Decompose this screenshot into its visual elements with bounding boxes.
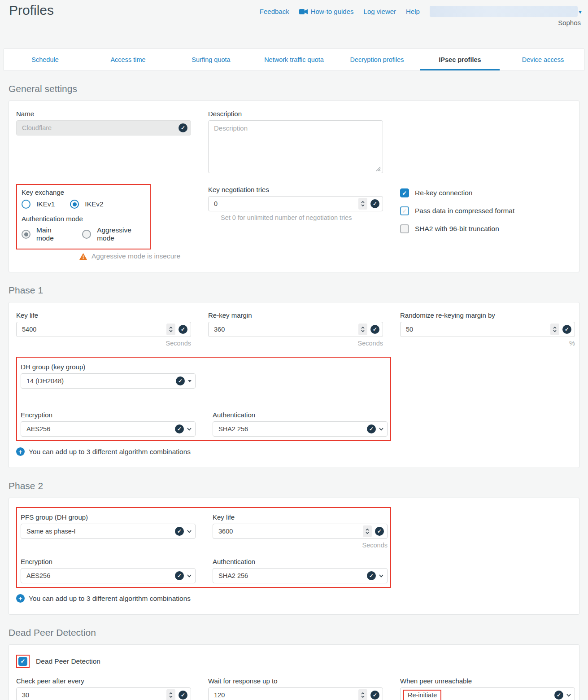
unit-label: % bbox=[400, 340, 575, 347]
feedback-link[interactable]: Feedback bbox=[260, 8, 289, 15]
randomize-margin-input[interactable] bbox=[400, 322, 575, 337]
number-stepper-icon[interactable] bbox=[363, 525, 372, 537]
check-badge-icon: ✓ bbox=[179, 325, 187, 334]
tab-device-access[interactable]: Device access bbox=[501, 49, 584, 70]
page-title: Profiles bbox=[9, 3, 54, 18]
rekey-connection-checkbox[interactable]: ✓ Re-key connection bbox=[400, 188, 575, 197]
options-checkbox-stack: ✓ Re-key connection ✓ Pass data in compr… bbox=[400, 188, 575, 260]
compressed-format-checkbox[interactable]: ✓ Pass data in compressed format bbox=[400, 206, 575, 215]
check-badge-icon: ✓ bbox=[370, 691, 379, 700]
auth-mode-label: Authentication mode bbox=[22, 215, 145, 223]
tab-access-time[interactable]: Access time bbox=[87, 49, 170, 70]
phase1-encryption-select[interactable]: AES256 ✓ bbox=[21, 421, 196, 437]
checkbox-checked-icon: ✓ bbox=[400, 188, 409, 197]
account-selector[interactable]: ▾ bbox=[430, 6, 582, 17]
radio-ikev2[interactable]: IKEv2 bbox=[70, 200, 103, 209]
aggressive-mode-warning: Aggressive mode is insecure bbox=[79, 252, 191, 260]
key-life-label: Key life bbox=[16, 311, 191, 319]
number-stepper-icon[interactable] bbox=[358, 689, 367, 700]
rekey-margin-input[interactable] bbox=[208, 322, 383, 337]
phase1-authentication-select[interactable]: SHA2 256 ✓ bbox=[213, 421, 388, 437]
number-stepper-icon[interactable] bbox=[358, 198, 367, 210]
tab-schedule[interactable]: Schedule bbox=[4, 49, 87, 70]
number-stepper-icon[interactable] bbox=[166, 324, 175, 335]
check-badge-icon: ✓ bbox=[175, 424, 184, 433]
chevron-down-icon bbox=[187, 428, 192, 431]
number-stepper-icon[interactable] bbox=[166, 689, 175, 700]
dh-group-select[interactable]: 14 (DH2048) ✓ bbox=[21, 373, 196, 389]
pfs-group-select[interactable]: Same as phase-I ✓ bbox=[21, 524, 196, 539]
phase1-heading: Phase 1 bbox=[9, 285, 579, 296]
chevron-down-icon bbox=[379, 428, 383, 431]
dpd-enable-checkbox[interactable]: ✓ bbox=[18, 657, 27, 666]
radio-ikev1[interactable]: IKEv1 bbox=[22, 200, 55, 209]
dh-group-field: DH group (key group) 14 (DH2048) ✓ bbox=[21, 363, 387, 389]
radio-selected-icon bbox=[70, 200, 79, 209]
name-input[interactable] bbox=[16, 120, 191, 136]
tab-ipsec-profiles[interactable]: IPsec profiles bbox=[418, 49, 501, 70]
sha2-truncation-checkbox[interactable]: SHA2 with 96-bit truncation bbox=[400, 224, 575, 233]
phase1-card: Key life ✓ Seconds Re-key margin bbox=[9, 302, 579, 468]
general-settings-card: Name ✓ Description bbox=[9, 101, 579, 272]
profile-tabs: Schedule Access time Surfing quota Netwo… bbox=[3, 48, 585, 71]
name-label: Name bbox=[16, 110, 191, 118]
check-badge-icon: ✓ bbox=[370, 325, 379, 334]
page-header: Profiles Feedback How-to guides Log view… bbox=[0, 0, 588, 48]
check-peer-label: Check peer after every bbox=[16, 677, 191, 685]
checkbox-unchecked-icon bbox=[400, 224, 409, 233]
check-badge-icon: ✓ bbox=[554, 691, 563, 700]
when-unreachable-label: When peer unreachable bbox=[400, 677, 575, 685]
dropdown-caret-icon: ▾ bbox=[579, 9, 582, 15]
randomize-margin-group: Randomize re-keying margin by ✓ % bbox=[400, 310, 575, 347]
wait-response-group: Wait for response up to ✓ Seconds bbox=[208, 675, 383, 700]
phase2-key-life-input[interactable] bbox=[213, 524, 388, 539]
phase2-encryption-field: Encryption AES256 ✓ bbox=[21, 556, 196, 583]
chevron-down-icon bbox=[187, 574, 192, 578]
unit-label: Seconds bbox=[208, 340, 383, 347]
check-peer-input[interactable] bbox=[16, 687, 191, 700]
annotation-box-key-exchange: Key exchange IKEv1 IKEv2 Authentication … bbox=[16, 184, 151, 249]
tab-network-traffic-quota[interactable]: Network traffic quota bbox=[253, 49, 335, 70]
radio-main-mode[interactable]: Main mode bbox=[22, 226, 67, 242]
phase2-authentication-field: Authentication SHA2 256 ✓ bbox=[213, 556, 388, 583]
key-negotiation-label: Key negotiation tries bbox=[208, 186, 383, 193]
help-link[interactable]: Help bbox=[406, 8, 420, 15]
plus-circle-icon[interactable]: + bbox=[16, 447, 25, 456]
check-badge-icon: ✓ bbox=[179, 691, 187, 700]
phase1-key-life-input[interactable] bbox=[16, 322, 191, 337]
annotation-box-dpd-checkbox: ✓ bbox=[16, 655, 30, 668]
account-name-redacted bbox=[430, 6, 578, 17]
when-unreachable-select[interactable]: Re-initiate ✓ bbox=[400, 687, 575, 700]
phase1-add-combination-hint: + You can add up to 3 different algorith… bbox=[16, 447, 572, 456]
tab-surfing-quota[interactable]: Surfing quota bbox=[170, 49, 253, 70]
wait-response-input[interactable] bbox=[208, 687, 383, 700]
resize-handle-icon[interactable] bbox=[375, 166, 381, 171]
phase2-key-life-field: Key life ✓ Seconds bbox=[213, 512, 388, 549]
log-viewer-link[interactable]: Log viewer bbox=[364, 8, 396, 15]
dpd-enable-label: Dead Peer Detection bbox=[36, 657, 100, 665]
rekey-margin-label: Re-key margin bbox=[208, 311, 383, 319]
check-badge-icon: ✓ bbox=[179, 123, 187, 132]
radio-aggressive-mode[interactable]: Aggressive mode bbox=[82, 226, 145, 242]
pfs-group-label: PFS group (DH group) bbox=[21, 513, 196, 521]
phase2-encryption-select[interactable]: AES256 ✓ bbox=[21, 568, 196, 583]
howto-guides-link[interactable]: How-to guides bbox=[299, 8, 354, 15]
description-textarea[interactable] bbox=[208, 120, 383, 173]
encryption-label: Encryption bbox=[21, 411, 196, 419]
plus-circle-icon[interactable]: + bbox=[16, 594, 25, 603]
check-badge-icon: ✓ bbox=[562, 325, 571, 334]
tab-decryption-profiles[interactable]: Decryption profiles bbox=[335, 49, 418, 70]
phase2-authentication-select[interactable]: SHA2 256 ✓ bbox=[213, 568, 388, 583]
warning-triangle-icon bbox=[79, 253, 87, 260]
number-stepper-icon[interactable] bbox=[550, 324, 559, 335]
key-negotiation-input[interactable] bbox=[208, 196, 383, 211]
brand-label: Sophos bbox=[558, 19, 581, 26]
caret-down-icon bbox=[188, 380, 192, 382]
check-badge-icon: ✓ bbox=[175, 527, 184, 536]
chevron-down-icon bbox=[566, 694, 571, 697]
unit-label: Seconds bbox=[16, 340, 191, 347]
key-exchange-label: Key exchange bbox=[22, 188, 145, 196]
number-stepper-icon[interactable] bbox=[358, 324, 367, 335]
header-links: Feedback How-to guides Log viewer Help ▾ bbox=[260, 6, 582, 17]
phase1-encryption-field: Encryption AES256 ✓ bbox=[21, 409, 196, 437]
